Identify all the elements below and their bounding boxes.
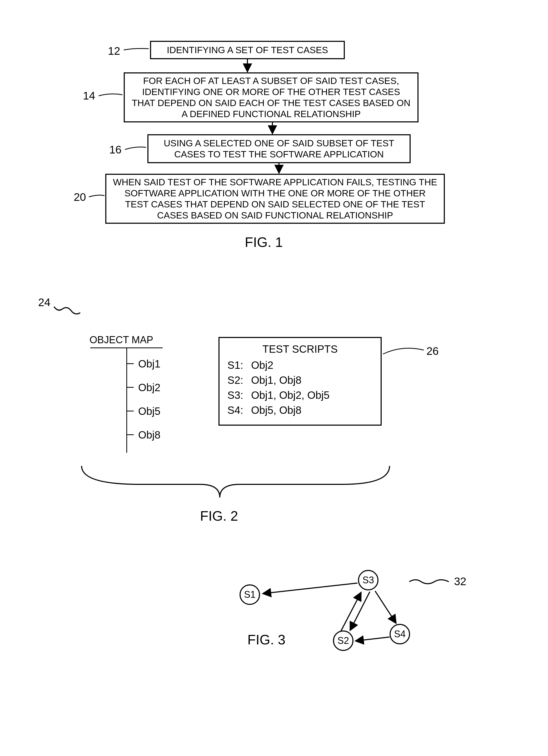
graph-node-s4: S4: [390, 624, 410, 644]
script-row-4: S4: Obj5, Obj8: [227, 404, 373, 416]
object-map-item-3: Obj5: [138, 405, 161, 417]
script-val-3: Obj1, Obj2, Obj5: [251, 389, 330, 401]
svg-line-5: [350, 592, 370, 630]
script-row-1: S1: Obj2: [227, 359, 373, 371]
fig3-caption: FIG. 3: [247, 632, 285, 648]
ref-label-26: 26: [426, 345, 439, 357]
script-val-1: Obj2: [251, 359, 273, 371]
object-map-item-2: Obj2: [138, 382, 161, 394]
ref-label-14: 14: [83, 89, 95, 102]
object-map-tick-1: [126, 363, 134, 364]
script-val-4: Obj5, Obj8: [251, 404, 301, 416]
script-row-3: S3: Obj1, Obj2, Obj5: [227, 389, 373, 401]
object-map-tick-4: [126, 434, 134, 435]
svg-line-3: [263, 583, 357, 594]
test-scripts-title: TEST SCRIPTS: [227, 343, 373, 355]
graph-node-s3: S3: [358, 570, 378, 590]
ref-label-20: 20: [74, 191, 86, 203]
svg-line-4: [375, 591, 396, 623]
fig1-caption: FIG. 1: [245, 234, 283, 250]
object-map-item-4: Obj8: [138, 429, 161, 441]
script-key-2: S2:: [227, 374, 251, 386]
script-row-2: S2: Obj1, Obj8: [227, 374, 373, 386]
graph-node-s2: S2: [333, 630, 353, 651]
script-key-1: S1:: [227, 359, 251, 371]
flow-step-20: WHEN SAID TEST OF THE SOFTWARE APPLICATI…: [105, 174, 445, 224]
flow-step-14: FOR EACH OF AT LEAST A SUBSET OF SAID TE…: [124, 72, 419, 122]
svg-line-7: [355, 637, 390, 641]
flow-step-16: USING A SELECTED ONE OF SAID SUBSET OF T…: [147, 134, 411, 163]
ref-label-12: 12: [108, 45, 120, 57]
ref-label-32: 32: [454, 575, 466, 588]
script-key-3: S3:: [227, 389, 251, 401]
graph-node-s1: S1: [240, 584, 260, 605]
object-map-item-1: Obj1: [138, 358, 161, 370]
ref-label-24: 24: [38, 296, 51, 309]
script-val-2: Obj1, Obj8: [251, 374, 301, 386]
svg-line-6: [341, 592, 361, 631]
script-key-4: S4:: [227, 404, 251, 416]
test-scripts-box: TEST SCRIPTS S1: Obj2 S2: Obj1, Obj8 S3:…: [218, 337, 382, 426]
object-map-tick-3: [126, 411, 134, 411]
flow-step-12: IDENTIFYING A SET OF TEST CASES: [150, 41, 345, 59]
object-map-title: OBJECT MAP: [89, 334, 153, 346]
object-map-tick-2: [126, 387, 134, 388]
fig2-caption: FIG. 2: [200, 508, 238, 524]
ref-label-16: 16: [109, 143, 122, 156]
